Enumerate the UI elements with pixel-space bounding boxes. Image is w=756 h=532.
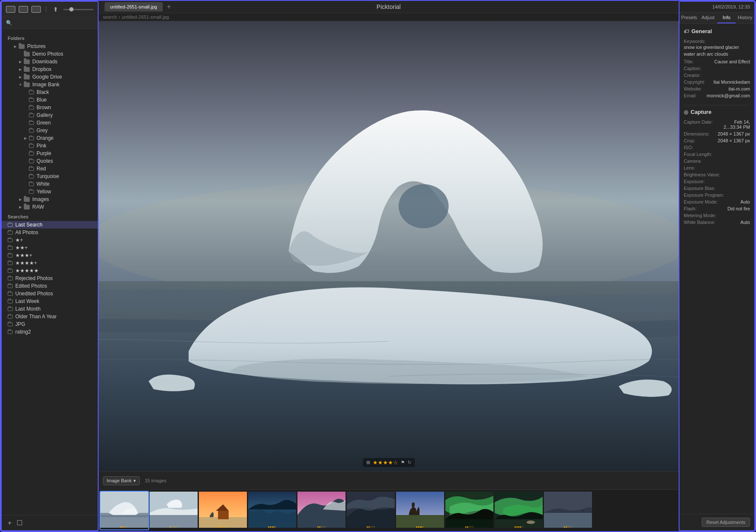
focal-row: Focal Length: <box>684 151 750 158</box>
sidebar-item-green[interactable]: Green <box>2 119 98 127</box>
folder-icon-yellow <box>29 190 34 194</box>
search-item-star5[interactable]: ★★★★★ <box>2 267 98 274</box>
sidebar-item-purple[interactable]: Purple <box>2 150 98 157</box>
sidebar-item-raw[interactable]: RAW <box>2 203 98 211</box>
rating-stars-display[interactable]: ★★★★☆ <box>373 459 398 466</box>
search-item-last-search[interactable]: Last Search <box>2 221 98 229</box>
search-item-edited[interactable]: Edited Photos <box>2 282 98 290</box>
add-button[interactable]: + <box>8 519 11 527</box>
photo-viewer: ⊞ ★★★★☆ ⚑ ↻ <box>99 21 679 471</box>
folder-icon-last-month <box>8 307 13 311</box>
thumbnail-3[interactable]: ●●○○○ <box>199 492 247 529</box>
folder-icon-last-search <box>8 223 13 227</box>
reset-adjustments-button[interactable]: Reset Adjustments <box>702 518 750 527</box>
folder-icon-raw <box>24 205 30 209</box>
thumbnail-6[interactable]: ●●○○○ <box>347 492 395 529</box>
flag-icon[interactable]: ⚑ <box>401 460 405 465</box>
thumbnail-7[interactable]: ●●●●○ <box>396 492 444 529</box>
thumbnail-8[interactable]: ●●○○○ <box>445 492 493 529</box>
sidebar-item-gallery[interactable]: Gallery <box>2 111 98 119</box>
collection-selector[interactable]: Image Bank ▾ <box>103 476 140 485</box>
tab-presets[interactable]: Presets <box>680 12 699 23</box>
main-photo-svg <box>99 21 679 471</box>
folder-icon-unedited <box>8 292 13 296</box>
thumbnail-2[interactable]: ●○○○○ <box>150 492 198 529</box>
folder-icon-star1 <box>8 238 13 242</box>
breadcrumb-search[interactable]: search <box>103 14 117 20</box>
upload-icon[interactable]: ⬆ <box>51 5 60 14</box>
breadcrumb-separator: › <box>119 14 120 20</box>
thumbnail-1[interactable]: ●●○○○ <box>100 492 148 529</box>
folder-icon-green <box>29 121 34 125</box>
arrow-dropbox <box>18 67 23 72</box>
search-item-star3[interactable]: ★★★+ <box>2 252 98 259</box>
email-row: Email: monnick@gmail.com <box>684 92 750 99</box>
view-grid3-icon[interactable] <box>31 6 41 13</box>
thumbnail-9[interactable]: ●●●●○ <box>495 492 543 529</box>
search-input[interactable]: ice rating>3 <box>15 20 93 26</box>
label-grey: Grey <box>37 127 48 133</box>
sidebar-item-black[interactable]: Black <box>2 88 98 96</box>
search-item-last-month[interactable]: Last Month <box>2 305 98 313</box>
search-item-star2[interactable]: ★★+ <box>2 244 98 252</box>
thumbnail-5[interactable]: ●●○○○ <box>297 492 345 529</box>
sidebar-item-images[interactable]: Images <box>2 195 98 203</box>
rotate-icon[interactable]: ↻ <box>408 460 411 465</box>
search-item-star1[interactable]: ★+ <box>2 236 98 244</box>
exp-bias-row: Exposure Bias: <box>684 185 750 192</box>
sidebar-item-grey[interactable]: Grey <box>2 127 98 134</box>
search-item-rejected[interactable]: Rejected Photos <box>2 274 98 282</box>
sidebar-item-pictures[interactable]: Pictures <box>2 42 98 50</box>
camera-row: Camera: <box>684 158 750 164</box>
label-brown: Brown <box>37 105 51 110</box>
thumb-rating-4: ●●●●○ <box>268 525 277 528</box>
sidebar-item-image-bank[interactable]: Image Bank <box>2 81 98 88</box>
folder-icon-gallery <box>29 113 34 117</box>
sidebar-item-downloads[interactable]: Downloads <box>2 58 98 65</box>
sidebar-item-yellow[interactable]: Yellow <box>2 188 98 195</box>
crop-row: Crop: 2048 × 1367 px <box>684 137 750 144</box>
edit-icon[interactable]: ☐ <box>17 519 23 527</box>
search-item-all-photos[interactable]: All Photos <box>2 229 98 236</box>
expand-icon[interactable]: ⊞ <box>366 460 370 465</box>
sidebar-item-blue[interactable]: Blue <box>2 96 98 104</box>
right-tabs: Presets Adjust Info History <box>680 12 754 24</box>
wb-row: White Balance: Auto <box>684 219 750 226</box>
tab-history[interactable]: History <box>736 12 754 23</box>
search-item-unedited[interactable]: Unedited Photos <box>2 290 98 297</box>
thumbnail-4[interactable]: ●●●●○ <box>248 492 296 529</box>
capture-date-row: Capture Date: Feb 14, 2...33:34 PM <box>684 119 750 130</box>
sidebar-item-brown[interactable]: Brown <box>2 104 98 111</box>
search-item-older-year[interactable]: Older Than A Year <box>2 313 98 320</box>
sidebar-item-quotes[interactable]: Quotes <box>2 157 98 165</box>
sidebar-item-google-drive[interactable]: Google Drive <box>2 73 98 81</box>
thumb-img-9 <box>495 492 543 528</box>
tab-bar: untitled-2651-small.jpg + <box>105 2 173 11</box>
zoom-slider[interactable] <box>63 9 93 10</box>
folder-icon-quotes <box>29 159 34 163</box>
label-downloads: Downloads <box>32 59 57 65</box>
sidebar-item-red[interactable]: Red <box>2 165 98 173</box>
search-item-star4[interactable]: ★★★★+ <box>2 259 98 267</box>
sidebar-item-turquoise[interactable]: Turquoise <box>2 173 98 180</box>
capture-icon: ◎ <box>684 109 688 115</box>
tab-main-photo[interactable]: untitled-2651-small.jpg <box>105 2 163 11</box>
search-item-jpg[interactable]: JPG <box>2 320 98 328</box>
search-item-last-week[interactable]: Last Week <box>2 297 98 305</box>
tab-add-button[interactable]: + <box>164 3 173 11</box>
searches-section-label: Searches <box>2 211 98 221</box>
sidebar-item-orange[interactable]: Orange <box>2 134 98 142</box>
sidebar-item-pink[interactable]: Pink <box>2 142 98 150</box>
exp-program-label: Exposure Program: <box>684 192 724 198</box>
sidebar-item-dropbox[interactable]: Dropbox <box>2 65 98 73</box>
search-item-rating2[interactable]: rating2 <box>2 328 98 336</box>
sidebar-item-white[interactable]: White <box>2 180 98 188</box>
thumbnail-10[interactable]: ●●○○○ <box>544 492 592 529</box>
folder-icon-turquoise <box>29 175 34 178</box>
tab-adjust[interactable]: Adjust <box>699 12 717 23</box>
sidebar-item-demo-photos[interactable]: Demo Photos <box>2 50 98 58</box>
view-grid1-icon[interactable] <box>6 6 15 13</box>
tab-info[interactable]: Info <box>717 12 736 23</box>
toolbar-separator <box>46 6 46 12</box>
view-grid2-icon[interactable] <box>19 6 28 13</box>
